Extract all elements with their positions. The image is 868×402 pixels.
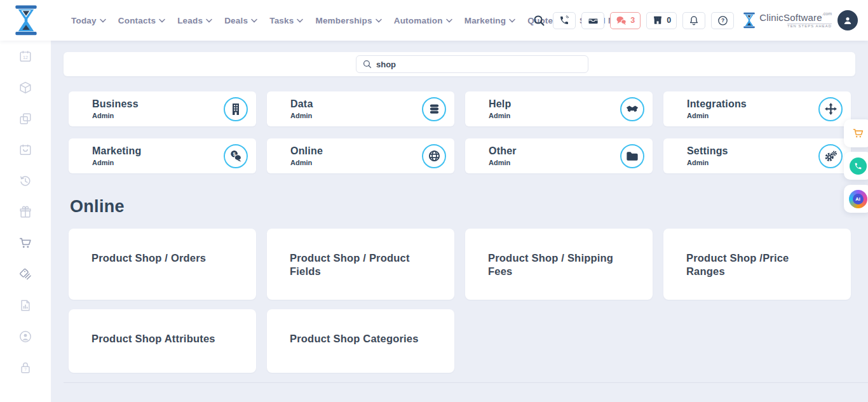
nav-label: Today	[71, 16, 97, 25]
help-button[interactable]: ?	[711, 12, 734, 29]
cart-icon	[18, 236, 32, 250]
search-input[interactable]	[376, 60, 581, 69]
svg-text:12: 12	[23, 55, 28, 60]
question-mark-icon: ?	[717, 15, 728, 26]
nav-item-marketing[interactable]: Marketing	[465, 16, 516, 25]
category-card-data[interactable]: Data Admin	[267, 91, 454, 126]
result-card-product-shop-price-ranges[interactable]: Product Shop /Price Ranges	[663, 229, 851, 300]
search-panel	[64, 52, 855, 76]
result-title: Product Shop / Orders	[92, 251, 234, 265]
app-logo-hourglass-icon[interactable]	[13, 4, 39, 37]
report-document-icon	[18, 298, 32, 312]
brand-name: ClinicSoftware	[759, 13, 822, 22]
chevron-down-icon	[206, 18, 212, 23]
topbar: Today Contacts Leads Deals Tasks Members…	[0, 0, 868, 41]
nav-item-automation[interactable]: Automation	[394, 16, 452, 25]
svg-text:?: ?	[24, 367, 27, 372]
bell-icon	[689, 15, 699, 26]
nav-item-deals[interactable]: Deals	[224, 16, 257, 25]
result-card-product-shop-attributes[interactable]: Product Shop Attributes	[69, 309, 256, 373]
bottom-divider	[64, 382, 868, 383]
ai-icon: AI	[849, 190, 867, 208]
inbox-icon	[588, 16, 599, 25]
building-icon	[224, 97, 248, 121]
calendar-12-icon: 12	[18, 50, 32, 64]
category-card-help[interactable]: Help Admin	[465, 91, 653, 126]
move-arrows-icon	[818, 97, 843, 121]
floating-ai-button[interactable]: AI	[844, 185, 868, 213]
sidebar-item-calendar[interactable]: 12	[18, 50, 33, 64]
nav-label: Contacts	[118, 16, 156, 25]
result-card-product-shop-shipping-fees[interactable]: Product Shop / Shipping Fees	[465, 229, 653, 300]
search-icon[interactable]	[531, 12, 547, 29]
nav-item-leads[interactable]: Leads	[177, 16, 212, 25]
search-icon	[363, 60, 372, 69]
tags-icon	[18, 267, 32, 281]
nav-item-memberships[interactable]: Memberships	[315, 16, 381, 25]
nav-item-contacts[interactable]: Contacts	[118, 16, 165, 25]
category-card-marketing[interactable]: Marketing Admin $	[69, 138, 256, 173]
nav-item-tasks[interactable]: Tasks	[269, 16, 303, 25]
history-clock-icon	[18, 174, 32, 188]
inbox-button[interactable]	[581, 12, 604, 29]
results-grid: Product Shop / Orders Product Shop / Pro…	[69, 229, 851, 373]
chevron-down-icon	[100, 18, 106, 23]
category-card-online[interactable]: Online Admin	[267, 138, 454, 173]
svg-text:?: ?	[721, 17, 724, 23]
brand-tld: .com	[822, 11, 832, 16]
category-card-other[interactable]: Other Admin	[465, 138, 653, 173]
result-card-product-shop-orders[interactable]: Product Shop / Orders	[69, 229, 256, 300]
chevron-down-icon	[251, 18, 257, 23]
sidebar-item-products[interactable]	[18, 81, 33, 95]
sidebar-item-bookings[interactable]	[18, 143, 33, 157]
category-card-settings[interactable]: Settings Admin	[663, 138, 851, 173]
sidebar-item-account[interactable]	[18, 330, 33, 344]
chat-count-badge: 3	[630, 16, 635, 25]
nav-label: Tasks	[269, 16, 294, 25]
gift-icon	[18, 205, 32, 219]
chevron-down-icon	[159, 18, 165, 23]
user-circle-icon	[18, 330, 32, 344]
sidebar-item-history[interactable]	[18, 174, 33, 188]
cube-icon	[18, 81, 32, 95]
chat-button[interactable]: 3	[610, 12, 641, 29]
result-card-product-shop-categories[interactable]: Product Shop Categories	[267, 309, 454, 373]
phone-bubble	[850, 157, 867, 175]
cart-icon	[851, 127, 865, 140]
category-grid: Business Admin Data Admin Help Admin Int…	[69, 91, 851, 173]
gears-icon	[818, 144, 843, 168]
handshake-icon	[620, 97, 644, 121]
sidebar-item-tags[interactable]	[18, 267, 33, 281]
result-card-product-shop-product-fields[interactable]: Product Shop / Product Fields	[267, 229, 454, 300]
user-avatar[interactable]	[837, 10, 858, 30]
phone-icon	[854, 162, 862, 170]
nav-label: Marketing	[465, 16, 506, 25]
section-title: Online	[70, 197, 125, 217]
chevron-down-icon	[376, 18, 382, 23]
category-card-business[interactable]: Business Admin	[69, 91, 256, 126]
category-card-integrations[interactable]: Integrations Admin	[663, 91, 851, 126]
brand-logo[interactable]: ClinicSoftware .com Ten Steps Ahead	[742, 11, 832, 29]
sidebar: 12 ?	[0, 41, 51, 402]
result-title: Product Shop /Price Ranges	[686, 251, 829, 278]
sidebar-item-security[interactable]: ?	[18, 361, 33, 375]
notifications-button[interactable]	[682, 12, 705, 29]
database-icon	[422, 97, 446, 121]
result-title: Product Shop / Shipping Fees	[488, 251, 631, 278]
floating-cart-button[interactable]	[844, 119, 868, 147]
sidebar-item-shop-cart[interactable]	[18, 236, 33, 250]
brand-tagline: Ten Steps Ahead	[787, 23, 832, 29]
copy-squares-icon	[18, 112, 32, 126]
storefront-icon	[652, 15, 663, 25]
nav-item-today[interactable]: Today	[71, 16, 106, 25]
store-button[interactable]: 0	[646, 12, 677, 29]
phone-button[interactable]	[553, 12, 576, 29]
admin-search[interactable]	[356, 55, 588, 73]
sidebar-item-gifts[interactable]	[18, 205, 33, 219]
main-content: Business Admin Data Admin Help Admin Int…	[51, 41, 868, 402]
sidebar-item-pages[interactable]	[18, 112, 33, 126]
sidebar-item-reports[interactable]	[18, 298, 33, 312]
chevron-down-icon	[446, 18, 452, 23]
floating-phone-button[interactable]	[844, 152, 868, 180]
chevron-down-icon	[297, 18, 303, 23]
